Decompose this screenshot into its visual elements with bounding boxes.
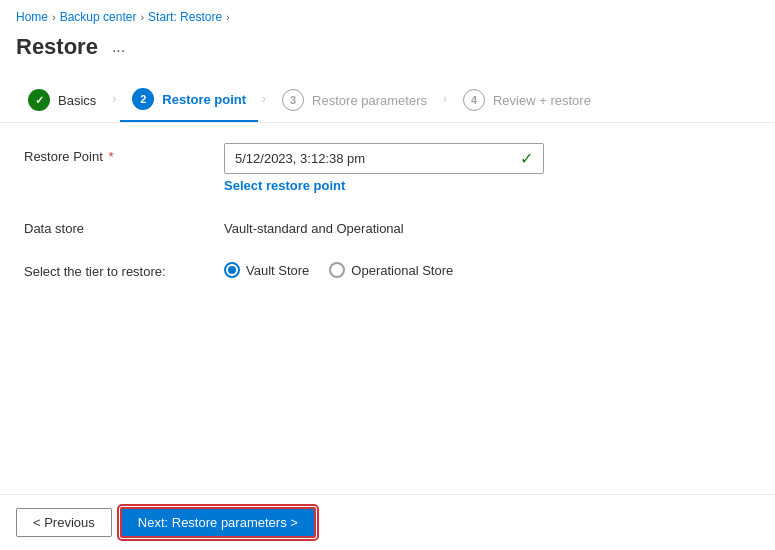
footer: < Previous Next: Restore parameters > [0,494,775,550]
data-store-text: Vault-standard and Operational [224,215,751,236]
restore-point-row: Restore Point * 5/12/2023, 3:12:38 pm ✓ … [24,143,751,193]
vault-store-radio[interactable] [224,262,240,278]
restore-point-label: Restore Point * [24,143,224,164]
data-store-value: Vault-standard and Operational [224,215,751,236]
breadcrumb-sep-2: › [140,11,144,23]
operational-store-option[interactable]: Operational Store [329,262,453,278]
step-basics-circle: ✓ [28,89,50,111]
step-review-restore-circle: 4 [463,89,485,111]
previous-button[interactable]: < Previous [16,508,112,537]
select-restore-point-link[interactable]: Select restore point [224,178,751,193]
breadcrumb-sep-1: › [52,11,56,23]
restore-point-text: 5/12/2023, 3:12:38 pm [235,151,512,166]
step-review-restore-label: Review + restore [493,93,591,108]
step-review-restore[interactable]: 4 Review + restore [451,77,603,121]
step-restore-params-circle: 3 [282,89,304,111]
vault-store-option[interactable]: Vault Store [224,262,309,278]
page-title: Restore [16,34,98,60]
tier-value: Vault Store Operational Store [224,258,751,278]
vault-store-label: Vault Store [246,263,309,278]
check-icon: ✓ [520,149,533,168]
form-content: Restore Point * 5/12/2023, 3:12:38 pm ✓ … [0,143,775,279]
step-restore-point[interactable]: 2 Restore point [120,76,258,122]
breadcrumb-home[interactable]: Home [16,10,48,24]
data-store-row: Data store Vault-standard and Operationa… [24,215,751,236]
required-indicator: * [105,149,114,164]
operational-store-radio[interactable] [329,262,345,278]
restore-point-value: 5/12/2023, 3:12:38 pm ✓ Select restore p… [224,143,751,193]
step-basics[interactable]: ✓ Basics [16,77,108,121]
step-sep-2: › [258,92,270,106]
page-header: Restore ... [0,30,775,76]
data-store-label: Data store [24,215,224,236]
operational-store-label: Operational Store [351,263,453,278]
step-basics-label: Basics [58,93,96,108]
next-button[interactable]: Next: Restore parameters > [120,507,316,538]
vault-store-radio-dot [228,266,236,274]
tier-row: Select the tier to restore: Vault Store … [24,258,751,279]
breadcrumb-sep-3: › [226,11,230,23]
more-actions-button[interactable]: ... [106,36,131,58]
step-restore-point-label: Restore point [162,92,246,107]
tier-radio-group: Vault Store Operational Store [224,258,751,278]
step-sep-1: › [108,92,120,106]
tier-label: Select the tier to restore: [24,258,224,279]
breadcrumb-backup-center[interactable]: Backup center [60,10,137,24]
step-restore-params-label: Restore parameters [312,93,427,108]
wizard-steps: ✓ Basics › 2 Restore point › 3 Restore p… [0,76,775,123]
restore-point-input[interactable]: 5/12/2023, 3:12:38 pm ✓ [224,143,544,174]
breadcrumb-start-restore[interactable]: Start: Restore [148,10,222,24]
step-restore-params[interactable]: 3 Restore parameters [270,77,439,121]
step-restore-point-circle: 2 [132,88,154,110]
breadcrumb: Home › Backup center › Start: Restore › [0,0,775,30]
step-sep-3: › [439,92,451,106]
